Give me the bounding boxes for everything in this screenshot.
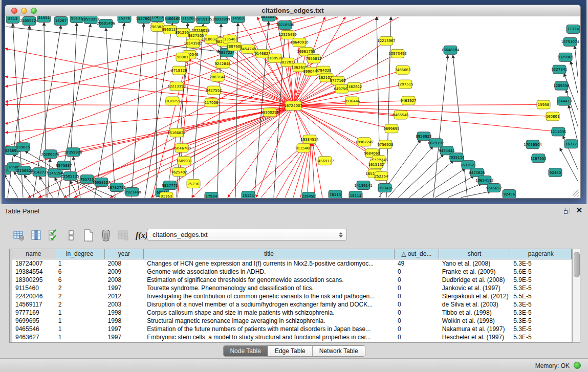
graph-node-label: 17359928 [64,150,82,155]
graph-edge [156,22,157,198]
graph-edge [5,106,293,133]
graph-node-label: 16033809 [212,17,230,21]
graph-node-label: 17459 [151,16,163,19]
graph-node-label: 19384554 [300,138,319,142]
clear-selection-icon[interactable] [63,227,79,244]
graph-node-label: 9756928 [377,143,393,147]
table-cell-out_degree: 0 [395,333,439,341]
table-cell-name: 9777169 [12,309,55,317]
table-row[interactable]: 969969511998Structural magnetic resonanc… [12,317,572,325]
graph-node-label: 11126 [182,16,193,20]
import-table-icon[interactable] [116,227,131,244]
table-cell-in_degree: 6 [55,276,105,284]
graph-node-label: 7485063 [395,68,410,72]
graph-node-label: 12923468 [123,190,141,194]
tab-edge-table[interactable]: Edge Table [268,346,312,356]
window-title: citations_edges.txt [5,7,580,14]
window-resize-grip[interactable] [573,190,579,197]
tab-node-table[interactable]: Node Table [223,346,268,356]
table-select-dropdown[interactable]: citations_edges.txt [147,229,347,240]
column-header-pagerank[interactable]: pagerank [510,249,572,259]
graph-node-label: 20206576 [41,152,59,157]
graph-node-label: 13546 [224,37,235,41]
table-body: 1872400712008Changes of HCN gene express… [12,259,572,342]
graph-node-label: 9857771 [162,184,178,188]
graph-node-label: 7462612 [346,85,362,89]
table-row[interactable]: 911546021997Tourette syndrome. Phenomeno… [12,284,572,292]
graph-node-label: 17016504 [524,143,542,147]
graph-node-label: 19218506 [276,23,294,27]
graph-node-label: 1297515 [397,82,413,86]
table-cell-short: Wolkin et al. (1998) [439,317,511,325]
graph-node-label: 12213399 [167,84,186,89]
table-cell-out_degree: 0 [395,300,439,309]
table-row[interactable]: 977716911998Corpus callosum shape and si… [12,309,572,317]
network-canvas[interactable]: 8313240557242155118267931311055325720691… [5,16,580,198]
graph-edge [70,181,78,198]
graph-edge [5,77,293,106]
graph-edge [575,46,578,77]
graph-node-label: 239450 [302,195,316,198]
table-cell-out_degree: 0 [395,325,439,333]
table-cell-short: Tibbo et al. (1998) [439,309,511,317]
graph-node-label: 9115460 [295,146,311,150]
table-settings-icon[interactable] [11,227,27,244]
graph-node-label: 18907249 [355,140,374,144]
graph-node-label: 9474444 [439,149,455,153]
table-row[interactable]: 946362711997Embryonic stem cells: a mode… [12,333,572,341]
column-header-in_degree[interactable]: in_degree [55,249,105,259]
table-cell-out_degree: 0 [395,317,439,325]
window-titlebar[interactable]: citations_edges.txt [5,5,580,17]
column-visibility-icon[interactable] [29,227,44,244]
graph-node-label: 2935114 [448,156,465,160]
table-row[interactable]: 1872400712008Changes of HCN gene express… [12,259,572,268]
new-table-icon[interactable] [81,227,96,244]
column-header-short[interactable]: short [439,249,511,259]
graph-node-label: 16543582 [184,41,202,46]
table-cell-name: 9115460 [12,284,55,292]
table-cell-short: Franke et al. (2009) [439,268,511,276]
table-row[interactable]: 1456911722003Disruption of a novel membe… [12,300,572,309]
delete-table-icon[interactable] [98,227,114,244]
tab-network-table[interactable]: Network Table [312,346,365,356]
table-row[interactable]: 1938455462009Genome-wide association stu… [12,268,572,276]
memory-status-label: Memory: OK [535,362,570,369]
scrollbar-thumb[interactable] [574,252,580,277]
column-header-name[interactable]: name [12,249,55,259]
table-cell-pagerank: 5.3E-5 [510,333,572,341]
float-icon[interactable] [563,207,571,214]
table-cell-out_degree: 49 [395,259,439,268]
graph-edge [409,161,453,198]
table-cell-title: Disruption of a novel member of a sodium… [144,300,395,309]
graph-node-label: 9242848 [214,62,230,66]
graph-node-label: 8313 [8,17,17,21]
table-row[interactable]: 1830029562008Estimation of significance … [12,276,572,284]
network-desktop: citations_edges.txt 83132405572421551182… [2,0,586,204]
column-header-title[interactable]: title [144,249,395,259]
graph-node-label: 1527602 [136,17,151,21]
table-scrollbar[interactable] [572,249,580,343]
table-cell-title: Tourette syndrome. Phenomenology and cla… [144,284,395,292]
select-all-icon[interactable] [46,227,61,244]
graph-edge [192,106,293,198]
column-header-year[interactable]: year [105,249,144,259]
graph-node-label: 2803144 [209,75,226,79]
graph-node-label: 16114 [350,194,362,198]
graph-node-label: 160801 [546,115,560,119]
graph-node-label: 17934 [206,195,217,198]
table-cell-in_degree: 2 [55,300,105,309]
graph-node-label: 12505135 [61,174,79,179]
graph-edge [560,148,578,181]
column-header-out_degree[interactable]: △ out_de... [395,249,439,259]
graph-edge [5,106,293,169]
close-icon[interactable]: ✕ [576,206,582,214]
graph-node-label: 15166827 [167,131,186,135]
graph-node-label: 92450 [550,171,561,175]
table-row[interactable]: 2242004622012Investigating the contribut… [12,292,572,300]
table-cell-pagerank: 5.3E-5 [510,284,572,292]
network-graph[interactable]: 8313240557242155118267931311055325720691… [5,16,580,198]
graph-edge [433,55,448,198]
table-select-value: citations_edges.txt [153,231,208,238]
table-cell-pagerank: 5.3E-5 [510,309,572,317]
table-row[interactable]: 946554611997Estimation of the future num… [12,325,572,333]
